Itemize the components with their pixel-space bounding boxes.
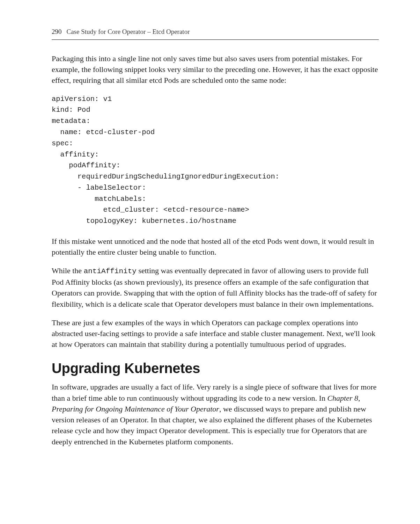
examples-paragraph: These are just a few examples of the way… <box>52 317 379 350</box>
chapter-reference: Chapter 8 <box>327 394 358 402</box>
page-header: 290 Case Study for Core Operator – Etcd … <box>52 27 379 40</box>
inline-code-antiaffinity: antiAffinity <box>84 267 137 275</box>
page-number: 290 <box>52 27 62 37</box>
chapter-title-reference: Preparing for Ongoing Maintenance of You… <box>52 405 219 413</box>
section-heading-upgrading: Upgrading Kubernetes <box>52 358 379 378</box>
chapter-title: Case Study for Core Operator – Etcd Oper… <box>67 27 190 37</box>
text-run: While the <box>52 266 84 275</box>
anti-affinity-paragraph: While the antiAffinity setting was event… <box>52 265 379 310</box>
intro-paragraph: Packaging this into a single line not on… <box>52 53 379 86</box>
text-run: , <box>358 394 360 402</box>
yaml-code-block: apiVersion: v1 kind: Pod metadata: name:… <box>52 94 379 227</box>
after-code-paragraph: If this mistake went unnoticed and the n… <box>52 236 379 257</box>
upgrading-paragraph: In software, upgrades are usually a fact… <box>52 381 379 447</box>
